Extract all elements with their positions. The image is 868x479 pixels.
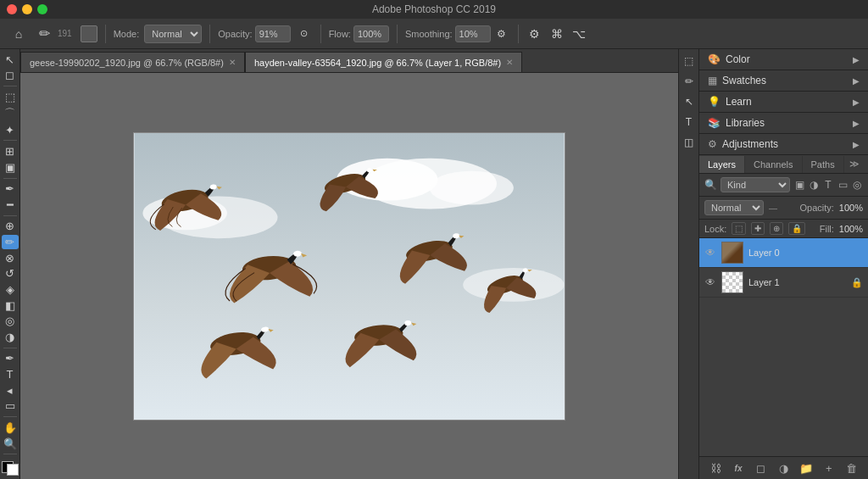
layers-lock-bar: Lock: ⬚ ✚ ⊕ 🔒 Fill: 100% bbox=[699, 220, 868, 238]
pen-tool[interactable]: ✒ bbox=[2, 352, 19, 366]
layer-1-visibility[interactable]: 👁 bbox=[704, 276, 716, 288]
shape-tool[interactable]: ▭ bbox=[2, 399, 19, 414]
layers-tab-channels[interactable]: Channels bbox=[745, 156, 802, 173]
swatches-chevron: ▶ bbox=[853, 76, 860, 86]
layer-0-name: Layer 0 bbox=[748, 248, 863, 258]
layers-tab-layers[interactable]: Layers bbox=[699, 156, 745, 173]
filter-adjust-icon[interactable]: ◑ bbox=[808, 179, 820, 191]
layer-item-0[interactable]: 👁 Layer 0 bbox=[699, 238, 868, 268]
canvas-viewport[interactable] bbox=[20, 73, 678, 479]
tool-sep-4 bbox=[3, 215, 17, 216]
gradient-tool[interactable]: ◧ bbox=[2, 298, 19, 313]
flow-group: Flow: bbox=[329, 25, 389, 42]
zoom-tool[interactable]: 🔍 bbox=[2, 437, 19, 451]
lock-position-btn[interactable]: ✚ bbox=[751, 222, 765, 235]
opacity-label: Opacity: bbox=[218, 29, 252, 39]
move-tool[interactable]: ↖ bbox=[2, 53, 19, 67]
flow-input[interactable] bbox=[353, 25, 389, 42]
mode-select[interactable]: Normal Multiply Screen Overlay bbox=[144, 25, 202, 43]
layers-tabs-bar: Layers Channels Paths ≫ ☰ bbox=[699, 155, 868, 174]
home-button[interactable]: ⌂ bbox=[7, 24, 31, 44]
tool-sep-1 bbox=[3, 86, 17, 86]
hand-tool[interactable]: ✋ bbox=[2, 421, 19, 435]
eraser-tool[interactable]: ◈ bbox=[2, 282, 19, 297]
layers-list: 👁 Layer 0 👁 Layer 1 🔒 bbox=[699, 238, 868, 456]
layer-adjust-btn[interactable]: ◑ bbox=[776, 460, 791, 476]
tab-hayden[interactable]: hayden-valley-63564_1920.jpg @ 66.7% (La… bbox=[245, 52, 522, 72]
learn-icon: 💡 bbox=[708, 96, 721, 108]
brush-tool[interactable]: ✏ bbox=[2, 235, 19, 249]
path-select-tool[interactable]: ◂ bbox=[2, 383, 19, 398]
close-button[interactable] bbox=[7, 4, 17, 14]
filter-text-icon[interactable]: T bbox=[822, 179, 834, 191]
tab-geese-close[interactable]: ✕ bbox=[229, 58, 236, 67]
tool-sep-3 bbox=[3, 178, 17, 179]
quick-select-tool[interactable]: ✦ bbox=[2, 123, 19, 137]
search-icon: 🔍 bbox=[704, 179, 717, 191]
marquee-tool[interactable]: ⬚ bbox=[2, 90, 19, 104]
libraries-panel-header[interactable]: 📚 Libraries ▶ bbox=[699, 113, 868, 133]
right-panel: 🎨 Color ▶ ▦ Swatches ▶ 💡 Learn ▶ 📚 Libra… bbox=[698, 49, 868, 479]
brush-settings-icon[interactable]: ⚙ bbox=[526, 25, 543, 42]
tab-hayden-label: hayden-valley-63564_1920.jpg @ 66.7% (La… bbox=[254, 58, 501, 68]
minimize-button[interactable] bbox=[22, 4, 32, 14]
adjustments-panel-header[interactable]: ⚙ Adjustments ▶ bbox=[699, 134, 868, 154]
right-icon-3[interactable]: ↖ bbox=[681, 93, 698, 110]
opacity-input[interactable] bbox=[255, 25, 291, 42]
layer-link-btn[interactable]: ⛓ bbox=[708, 460, 723, 476]
layers-tab-paths[interactable]: Paths bbox=[803, 156, 844, 173]
layer-new-btn[interactable]: + bbox=[821, 460, 837, 476]
ruler-tool[interactable]: ━ bbox=[2, 198, 19, 212]
frame-tool[interactable]: ▣ bbox=[2, 160, 19, 175]
layer-fx-btn[interactable]: fx bbox=[731, 460, 746, 476]
blur-tool[interactable]: ◎ bbox=[2, 315, 19, 329]
brush-size-value: 191 bbox=[58, 29, 72, 38]
opacity-toggle-icon[interactable]: ⊙ bbox=[296, 25, 313, 42]
layer-mask-btn[interactable]: ◻ bbox=[754, 460, 769, 476]
crop-tool[interactable]: ⊞ bbox=[2, 144, 19, 159]
filter-pixel-icon[interactable]: ▣ bbox=[793, 179, 805, 191]
clone-tool[interactable]: ⊗ bbox=[2, 251, 19, 265]
layers-tab-more[interactable]: ≫ bbox=[844, 155, 865, 173]
layers-panel-menu[interactable]: ☰ bbox=[865, 155, 868, 173]
right-icon-5[interactable]: ◫ bbox=[681, 134, 698, 151]
learn-panel-header[interactable]: 💡 Learn ▶ bbox=[699, 92, 868, 112]
filter-shape-icon[interactable]: ▭ bbox=[837, 179, 849, 191]
swatches-panel-header[interactable]: ▦ Swatches ▶ bbox=[699, 70, 868, 91]
tab-geese-label: geese-19990202_1920.jpg @ 66.7% (RGB/8#) bbox=[30, 58, 224, 68]
right-icon-1[interactable]: ⬚ bbox=[681, 53, 698, 70]
layer-1-lock-icon: 🔒 bbox=[851, 277, 863, 288]
tab-geese[interactable]: geese-19990202_1920.jpg @ 66.7% (RGB/8#)… bbox=[20, 52, 245, 72]
angle-icon[interactable]: ⌥ bbox=[570, 25, 587, 42]
lock-pixels-btn[interactable]: ⬚ bbox=[732, 222, 746, 235]
history-brush-tool[interactable]: ↺ bbox=[2, 267, 19, 281]
right-icon-4[interactable]: T bbox=[681, 114, 698, 131]
blend-mode-select[interactable]: Normal Multiply Screen bbox=[704, 200, 764, 215]
maximize-button[interactable] bbox=[37, 4, 47, 14]
symmetry-icon[interactable]: ⌘ bbox=[548, 25, 565, 42]
filter-smart-icon[interactable]: ◎ bbox=[851, 179, 863, 191]
dodge-tool[interactable]: ◑ bbox=[2, 330, 19, 344]
layer-delete-btn[interactable]: 🗑 bbox=[844, 460, 860, 476]
lock-all-btn[interactable]: 🔒 bbox=[788, 222, 805, 235]
layer-item-1[interactable]: 👁 Layer 1 🔒 bbox=[699, 268, 868, 298]
lasso-tool[interactable]: ⌒ bbox=[2, 106, 19, 121]
color-swatches[interactable] bbox=[2, 461, 19, 476]
spot-heal-tool[interactable]: ⊕ bbox=[2, 220, 19, 234]
smoothing-input[interactable] bbox=[455, 25, 491, 42]
layer-0-visibility[interactable]: 👁 bbox=[704, 247, 716, 259]
tab-hayden-close[interactable]: ✕ bbox=[506, 58, 513, 67]
separator-5 bbox=[518, 25, 519, 43]
artboard-tool[interactable]: ◻ bbox=[2, 69, 19, 83]
eyedropper-tool[interactable]: ✒ bbox=[2, 181, 19, 196]
type-tool[interactable]: T bbox=[2, 367, 19, 382]
kind-filter-icons: ▣ ◑ T ▭ ◎ bbox=[793, 179, 863, 191]
background-color[interactable] bbox=[7, 464, 19, 476]
right-icon-2[interactable]: ✏ bbox=[681, 73, 698, 90]
brush-preview[interactable] bbox=[81, 25, 97, 42]
lock-artboards-btn[interactable]: ⊕ bbox=[770, 222, 783, 235]
color-panel-header[interactable]: 🎨 Color ▶ bbox=[699, 49, 868, 70]
kind-select[interactable]: Kind Name Effect Mode bbox=[721, 177, 790, 192]
layer-group-btn[interactable]: 📁 bbox=[798, 460, 814, 476]
smoothing-settings-icon[interactable]: ⚙ bbox=[493, 25, 510, 42]
